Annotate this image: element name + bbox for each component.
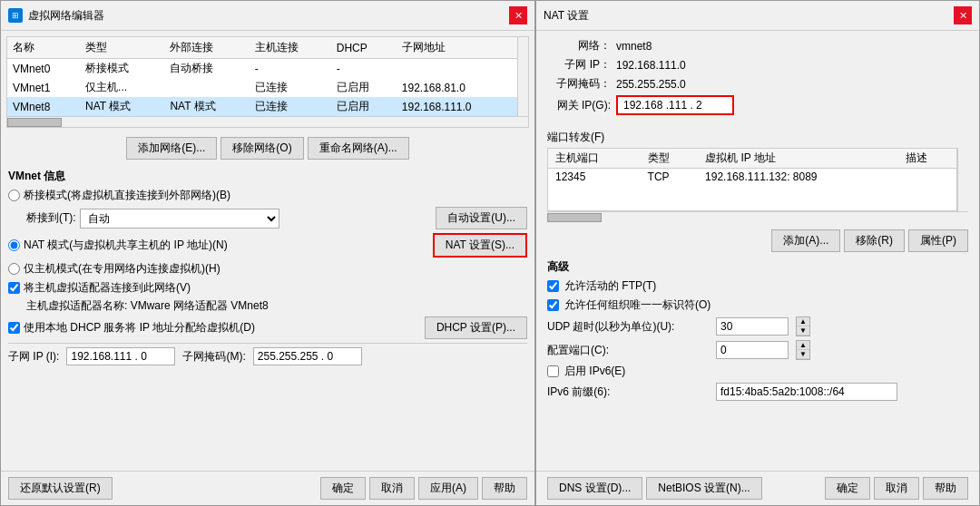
bridge-to-label: 桥接到(T): (26, 210, 76, 226)
help-button-right[interactable]: 帮助 (923, 477, 968, 500)
allow-ftp-checkbox[interactable] (547, 280, 559, 292)
network-label: 网络： (547, 38, 611, 54)
enable-ipv6-label: 启用 IPv6(E) (564, 364, 625, 379)
udp-spinner: ▲ ▼ (796, 316, 810, 336)
subnet-mask-row: 子网掩码： 255.255.255.0 (547, 76, 968, 92)
port-forwarding-section: 端口转发(F) 主机端口 类型 虚拟机 IP 地址 描述 12345 (547, 130, 968, 222)
nat-mode-label: NAT 模式(与虚拟机共享主机的 IP 地址)(N) (24, 238, 228, 253)
dns-settings-button[interactable]: DNS 设置(D)... (547, 477, 642, 500)
bridge-mode-label: 桥接模式(将虚拟机直接连接到外部网络)(B) (24, 188, 230, 203)
row2-dhcp: 已启用 (331, 97, 397, 116)
connect-adapter-label: 将主机虚拟适配器连接到此网络(V) (24, 280, 191, 296)
subnet-mask-input[interactable] (253, 347, 362, 365)
udp-timeout-row: UDP 超时(以秒为单位)(U): ▲ ▼ (547, 316, 968, 336)
nat-settings-button[interactable]: NAT 设置(S)... (433, 233, 527, 258)
host-only-label: 仅主机模式(在专用网络内连接虚拟机)(H) (24, 261, 220, 277)
network-row: 网络： vmnet8 (547, 38, 968, 54)
port-col-host: 主机端口 (548, 149, 641, 169)
row0-host: - (250, 59, 331, 79)
ipv6-prefix-input[interactable] (716, 383, 897, 401)
ok-button-left[interactable]: 确定 (320, 477, 366, 500)
row2-subnet: 192.168.111.0 (397, 97, 517, 116)
connect-adapter-checkbox[interactable] (8, 282, 20, 294)
vmnet-info-section: VMnet 信息 桥接模式(将虚拟机直接连接到外部网络)(B) 桥接到(T): … (1, 163, 534, 471)
row1-host: 已连接 (250, 78, 331, 97)
subnet-ip-value: 192.168.111.0 (616, 59, 686, 72)
config-spinner-down[interactable]: ▼ (797, 350, 809, 359)
app-icon: ⊞ (8, 8, 23, 23)
udp-spinner-up[interactable]: ▲ (797, 317, 809, 326)
port-row0-host: 12345 (548, 169, 641, 186)
row1-subnet: 192.168.81.0 (397, 78, 517, 97)
port-scrollbar-v[interactable] (957, 148, 968, 211)
use-dhcp-label: 使用本地 DHCP 服务将 IP 地址分配给虚拟机(D) (24, 320, 255, 336)
add-network-button[interactable]: 添加网络(E)... (126, 137, 217, 160)
apply-button-left[interactable]: 应用(A) (418, 477, 478, 500)
ipv6-prefix-label: IPv6 前缀(6): (547, 384, 710, 400)
use-dhcp-row: 使用本地 DHCP 服务将 IP 地址分配给虚拟机(D) DHCP 设置(P).… (8, 316, 527, 339)
port-row0-desc (898, 169, 956, 186)
col-name: 名称 (7, 37, 80, 59)
allow-uuid-row: 允许任何组织唯一一标识符(O) (547, 297, 968, 313)
udp-spinner-down[interactable]: ▼ (797, 326, 809, 336)
cancel-button-right[interactable]: 取消 (874, 477, 919, 500)
advanced-section: 高级 允许活动的 FTP(T) 允许任何组织唯一一标识符(O) UDP 超时(以… (536, 256, 979, 408)
config-port-input[interactable] (716, 341, 789, 359)
dhcp-settings-button[interactable]: DHCP 设置(P)... (425, 316, 527, 339)
subnet-ip-input[interactable] (66, 347, 175, 365)
table-row[interactable]: VMnet0 桥接模式 自动桥接 - - (7, 59, 517, 79)
right-close-button[interactable]: ✕ (954, 6, 972, 24)
udp-timeout-label: UDP 超时(以秒为单位)(U): (547, 319, 710, 335)
port-properties-button[interactable]: 属性(P) (908, 229, 968, 252)
scrollbar-h-thumb (7, 118, 62, 127)
left-close-button[interactable]: ✕ (509, 6, 527, 24)
restore-defaults-button[interactable]: 还原默认设置(R) (8, 477, 113, 500)
port-table-container: 主机端口 类型 虚拟机 IP 地址 描述 12345 TCP 192.168.1… (547, 148, 957, 211)
gateway-input[interactable] (616, 95, 734, 115)
row0-dhcp: - (331, 59, 397, 79)
host-only-row: 仅主机模式(在专用网络内连接虚拟机)(H) (8, 261, 527, 277)
nat-bottom-right: 确定 取消 帮助 (825, 477, 968, 500)
row2-name: VMnet8 (7, 97, 80, 116)
auto-setup-button[interactable]: 自动设置(U)... (436, 207, 527, 229)
left-titlebar: ⊞ 虚拟网络编辑器 ✕ (1, 1, 534, 31)
bottom-btns-right: 确定 取消 应用(A) 帮助 (320, 477, 527, 500)
config-spinner-up[interactable]: ▲ (797, 341, 809, 350)
rename-network-button[interactable]: 重命名网络(A)... (308, 137, 409, 160)
table-row-selected[interactable]: VMnet8 NAT 模式 NAT 模式 已连接 已启用 192.168.111… (7, 97, 517, 116)
port-add-button[interactable]: 添加(A)... (771, 229, 840, 252)
adapter-name-label: 主机虚拟适配器名称: VMware 网络适配器 VMnet8 (26, 298, 269, 314)
ok-button-right[interactable]: 确定 (825, 477, 870, 500)
gateway-row: 网关 IP(G): (547, 95, 968, 115)
remove-network-button[interactable]: 移除网络(O) (220, 137, 303, 160)
table-row[interactable]: VMnet1 仅主机... 已连接 已启用 192.168.81.0 (7, 78, 517, 97)
port-table-row[interactable]: 12345 TCP 192.168.111.132: 8089 (548, 169, 956, 186)
row1-name: VMnet1 (7, 78, 80, 97)
udp-timeout-input[interactable] (716, 317, 789, 336)
table-scrollbar-h[interactable] (7, 116, 528, 127)
nat-mode-radio[interactable] (8, 239, 20, 251)
use-dhcp-checkbox[interactable] (8, 322, 20, 334)
port-scrollbar-h[interactable] (547, 211, 968, 222)
virtual-network-editor-window: ⊞ 虚拟网络编辑器 ✕ 名称 类型 外部连接 主机连接 DHCP 子网地址 (0, 0, 535, 506)
allow-uuid-checkbox[interactable] (547, 299, 559, 311)
netbios-settings-button[interactable]: NetBIOS 设置(N)... (646, 477, 761, 500)
port-col-desc: 描述 (898, 149, 956, 169)
subnet-ip-label-right: 子网 IP： (547, 57, 611, 73)
config-spinner: ▲ ▼ (796, 340, 810, 360)
bridge-to-select[interactable]: 自动 (80, 209, 279, 229)
enable-ipv6-checkbox[interactable] (547, 365, 559, 377)
port-scrollbar-h-thumb (547, 213, 602, 222)
row1-type: 仅主机... (80, 78, 164, 97)
row0-name: VMnet0 (7, 59, 80, 79)
bridge-to-row: 桥接到(T): 自动 自动设置(U)... (26, 207, 527, 229)
help-button-left[interactable]: 帮助 (482, 477, 527, 500)
host-only-radio[interactable] (8, 263, 20, 275)
bridge-mode-radio[interactable] (8, 190, 20, 201)
port-remove-button[interactable]: 移除(R) (844, 229, 905, 252)
table-scrollbar-v[interactable] (517, 37, 528, 116)
enable-ipv6-row: 启用 IPv6(E) (547, 364, 968, 379)
cancel-button-left[interactable]: 取消 (369, 477, 415, 500)
network-table: 名称 类型 外部连接 主机连接 DHCP 子网地址 VMnet0 桥接模式 自动 (7, 37, 517, 116)
adapter-name-row: 主机虚拟适配器名称: VMware 网络适配器 VMnet8 (26, 298, 527, 314)
